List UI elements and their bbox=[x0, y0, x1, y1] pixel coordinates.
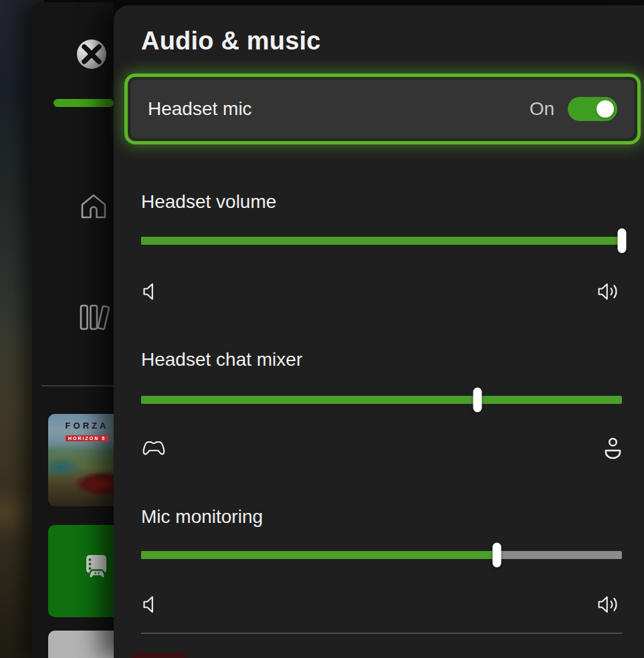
speaker-quiet-icon bbox=[141, 282, 157, 302]
toggle-knob bbox=[597, 100, 614, 118]
slider-fill bbox=[141, 396, 477, 404]
slider-thumb[interactable] bbox=[493, 543, 502, 568]
slider-fill bbox=[141, 237, 622, 245]
speaker-quiet-icon bbox=[141, 594, 157, 615]
chat-mixer-label: Headset chat mixer bbox=[141, 349, 302, 370]
xbox-logo-icon bbox=[76, 38, 108, 70]
chat-mixer-minmax bbox=[141, 433, 622, 463]
forza-title-text: FORZA bbox=[48, 421, 126, 431]
slider-fill bbox=[141, 551, 497, 559]
slider-thumb[interactable] bbox=[473, 388, 482, 413]
home-icon bbox=[78, 190, 110, 222]
headset-volume-slider[interactable] bbox=[141, 237, 622, 245]
focus-ring: Headset mic On bbox=[124, 74, 641, 144]
mic-monitoring-minmax bbox=[141, 591, 622, 618]
speaker-loud-icon bbox=[598, 282, 622, 302]
partial-content-below bbox=[132, 653, 187, 658]
page-title: Audio & music bbox=[141, 27, 321, 56]
headset-volume-label: Headset volume bbox=[141, 191, 276, 213]
sidebar-item-home[interactable] bbox=[78, 190, 110, 222]
headset-mic-toggle[interactable] bbox=[568, 97, 617, 121]
headset-mic-label: Headset mic bbox=[148, 98, 252, 120]
chat-mixer-slider[interactable] bbox=[141, 396, 622, 404]
forza-subtitle-text: HORIZON 5 bbox=[66, 435, 108, 441]
sidebar-divider bbox=[41, 385, 114, 387]
toggle-state-label: On bbox=[530, 98, 554, 120]
forza-art-text: FORZA HORIZON 5 bbox=[48, 421, 126, 443]
person-icon bbox=[604, 436, 622, 460]
active-tab-indicator bbox=[53, 99, 114, 107]
sidebar-item-library[interactable] bbox=[75, 301, 112, 333]
audio-music-panel: Audio & music Headset mic On Headset vol… bbox=[114, 5, 644, 658]
mic-monitoring-slider[interactable] bbox=[141, 551, 622, 559]
slider-thumb[interactable] bbox=[618, 229, 627, 253]
controller-icon bbox=[141, 439, 167, 457]
guide-sidebar: FORZA HORIZON 5 bbox=[32, 2, 114, 658]
headset-mic-row[interactable]: Headset mic On bbox=[130, 80, 635, 138]
library-icon bbox=[75, 301, 112, 333]
speaker-loud-icon bbox=[598, 594, 622, 615]
section-divider bbox=[141, 633, 622, 634]
xbox-guide-button[interactable] bbox=[76, 38, 108, 70]
headset-volume-minmax bbox=[141, 278, 622, 305]
mic-monitoring-label: Mic monitoring bbox=[141, 506, 263, 528]
